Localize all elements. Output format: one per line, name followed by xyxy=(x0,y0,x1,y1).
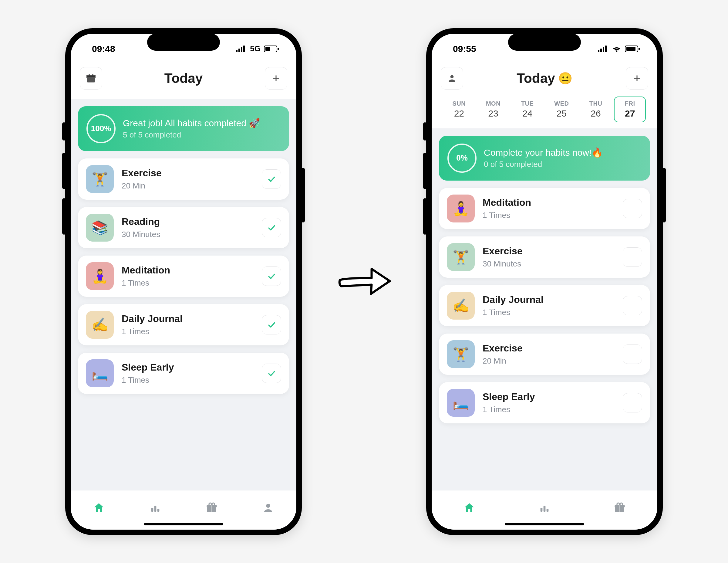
habit-checkbox[interactable] xyxy=(262,364,281,383)
svg-point-39 xyxy=(620,503,622,505)
tab-gift[interactable] xyxy=(206,502,218,515)
habit-title: Exercise xyxy=(483,343,615,354)
tab-home[interactable] xyxy=(93,502,105,515)
tab-stats[interactable] xyxy=(538,502,551,515)
habit-checkbox[interactable] xyxy=(262,218,281,237)
svg-rect-14 xyxy=(154,506,157,512)
habit-card[interactable]: ✍️ Daily Journal 1 Times xyxy=(78,304,289,346)
tab-user[interactable] xyxy=(262,502,274,515)
progress-banner[interactable]: 100% Great job! All habits completed 🚀 5… xyxy=(78,106,289,151)
habit-card[interactable]: 🏋️ Exercise 20 Min xyxy=(78,158,289,200)
home-indicator[interactable] xyxy=(144,523,223,525)
habit-subtitle: 20 Min xyxy=(483,356,615,366)
svg-rect-34 xyxy=(547,509,549,512)
volume-mute-button[interactable] xyxy=(62,122,66,140)
habit-icon: ✍️ xyxy=(447,292,475,320)
user-icon xyxy=(262,502,274,515)
habit-title: Reading xyxy=(122,216,254,227)
habit-checkbox[interactable] xyxy=(623,199,642,218)
progress-banner[interactable]: 0% Complete your habits now!🔥 0 of 5 com… xyxy=(439,136,650,180)
tab-gift[interactable] xyxy=(614,502,626,515)
tab-home[interactable] xyxy=(463,502,475,515)
habit-card[interactable]: ✍️ Daily Journal 1 Times xyxy=(439,285,650,326)
habit-card[interactable]: 🧘‍♀️ Meditation 1 Times xyxy=(439,188,650,229)
volume-up-button[interactable] xyxy=(62,153,66,189)
banner-title: Great job! All habits completed 🚀 xyxy=(123,118,260,128)
habit-card[interactable]: 🏋️ Exercise 30 Minutes xyxy=(439,236,650,278)
habit-checkbox[interactable] xyxy=(262,266,281,286)
svg-rect-8 xyxy=(87,75,95,78)
day-cell[interactable]: TUE 24 xyxy=(511,96,543,122)
day-number: 26 xyxy=(581,108,611,119)
progress-percent: 100% xyxy=(86,114,116,143)
habit-checkbox[interactable] xyxy=(262,169,281,189)
status-time: 09:48 xyxy=(92,44,115,54)
power-button[interactable] xyxy=(662,168,666,222)
transition-arrow xyxy=(335,263,393,300)
volume-up-button[interactable] xyxy=(423,153,427,189)
svg-rect-23 xyxy=(600,49,602,52)
add-button[interactable] xyxy=(265,67,287,89)
day-cell[interactable]: THU 26 xyxy=(580,96,612,122)
habit-subtitle: 1 Times xyxy=(122,327,254,336)
plus-icon xyxy=(632,74,642,83)
habit-subtitle: 1 Times xyxy=(483,211,615,220)
day-number: 23 xyxy=(478,108,509,119)
day-number: 27 xyxy=(615,108,645,119)
day-of-week: WED xyxy=(546,100,577,107)
habit-icon: 🛏️ xyxy=(447,389,475,417)
habit-checkbox[interactable] xyxy=(262,315,281,335)
habit-card[interactable]: 🏋️ Exercise 20 Min xyxy=(439,334,650,375)
top-bar: Today xyxy=(71,64,296,99)
volume-down-button[interactable] xyxy=(62,198,66,234)
svg-point-20 xyxy=(212,503,214,505)
page-title: Today xyxy=(164,71,203,86)
habit-subtitle: 30 Minutes xyxy=(483,259,615,268)
top-bar: Today 😐 SUN 22MON 23TUE 24WED 25THU 26FR… xyxy=(432,64,657,128)
battery-icon xyxy=(264,45,279,52)
habit-subtitle: 30 Minutes xyxy=(122,230,254,239)
profile-button[interactable] xyxy=(441,67,463,89)
habit-checkbox[interactable] xyxy=(623,393,642,413)
svg-rect-6 xyxy=(278,48,279,50)
day-of-week: THU xyxy=(581,100,611,107)
svg-rect-22 xyxy=(598,50,599,52)
svg-rect-25 xyxy=(605,45,607,52)
svg-rect-13 xyxy=(151,508,153,512)
day-cell[interactable]: WED 25 xyxy=(546,96,578,122)
tab-stats[interactable] xyxy=(149,502,161,515)
banner-subtitle: 0 of 5 completed xyxy=(484,160,603,169)
day-cell[interactable]: SUN 22 xyxy=(443,96,475,122)
svg-point-21 xyxy=(266,504,270,508)
home-indicator[interactable] xyxy=(505,523,584,525)
volume-down-button[interactable] xyxy=(423,198,427,234)
habit-card[interactable]: 🛏️ Sleep Early 1 Times xyxy=(439,382,650,423)
user-icon xyxy=(447,73,457,83)
habit-subtitle: 1 Times xyxy=(122,376,254,385)
habit-title: Sleep Early xyxy=(483,391,615,403)
add-button[interactable] xyxy=(626,67,648,89)
day-cell[interactable]: MON 23 xyxy=(477,96,509,122)
habit-checkbox[interactable] xyxy=(623,345,642,364)
day-cell[interactable]: FRI 27 xyxy=(614,96,646,122)
habit-icon: ✍️ xyxy=(86,311,114,339)
habit-card[interactable]: 🧘‍♀️ Meditation 1 Times xyxy=(78,255,289,297)
svg-rect-18 xyxy=(211,505,212,512)
habit-list: 0% Complete your habits now!🔥 0 of 5 com… xyxy=(432,128,657,490)
habit-title: Daily Journal xyxy=(122,313,254,325)
habit-checkbox[interactable] xyxy=(623,247,642,267)
habit-icon: 🏋️ xyxy=(447,243,475,271)
habit-card[interactable]: 📚 Reading 30 Minutes xyxy=(78,207,289,248)
svg-rect-0 xyxy=(236,50,238,52)
power-button[interactable] xyxy=(301,168,305,222)
habit-icon: 🧘‍♀️ xyxy=(86,262,114,290)
day-number: 25 xyxy=(546,108,577,119)
status-time: 09:55 xyxy=(453,44,476,54)
habit-card[interactable]: 🛏️ Sleep Early 1 Times xyxy=(78,353,289,394)
habit-title: Daily Journal xyxy=(483,294,615,305)
home-icon xyxy=(93,502,105,515)
gift-icon xyxy=(614,502,626,515)
calendar-button[interactable] xyxy=(80,67,102,89)
volume-mute-button[interactable] xyxy=(423,122,427,140)
habit-checkbox[interactable] xyxy=(623,296,642,315)
